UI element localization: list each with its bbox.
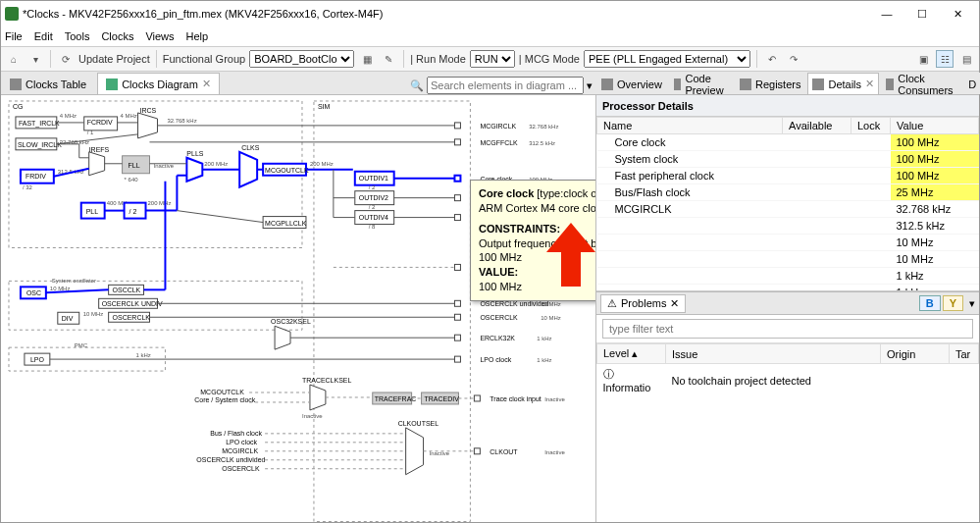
pcol-target[interactable]: Tar: [950, 344, 979, 364]
tab-code-preview[interactable]: Code Preview: [669, 73, 733, 94]
perspective-pins-icon[interactable]: ▣: [914, 50, 932, 68]
col-value[interactable]: Value: [891, 118, 979, 134]
svg-text:OSCCLK: OSCCLK: [113, 287, 141, 293]
close-tab-icon[interactable]: ✕: [202, 78, 211, 90]
fg-btn1-icon[interactable]: ▦: [358, 50, 376, 68]
svg-text:FLL: FLL: [129, 162, 140, 169]
detail-row[interactable]: 312.5 kHz: [597, 218, 979, 235]
tab-clocks-table[interactable]: Clocks Table: [1, 73, 95, 94]
menu-clocks[interactable]: Clocks: [101, 30, 133, 42]
svg-marker-24: [89, 152, 105, 176]
processor-details-header: Processor Details: [596, 95, 979, 117]
detail-row[interactable]: 1 kHz: [597, 268, 979, 285]
svg-text:LPO clock: LPO clock: [226, 439, 257, 445]
detail-row[interactable]: Fast peripheral clock100 MHz: [597, 168, 979, 184]
filter-b-button[interactable]: B: [919, 295, 941, 311]
svg-text:DIV: DIV: [62, 315, 74, 322]
svg-rect-155: [474, 395, 480, 401]
svg-text:32.768 kHz: 32.768 kHz: [167, 118, 196, 124]
svg-text:200 MHz: 200 MHz: [148, 200, 172, 206]
svg-text:MCGOUTCLK: MCGOUTCLK: [200, 389, 244, 395]
table-icon: [10, 78, 22, 90]
svg-text:312.5 kHz: 312.5 kHz: [529, 140, 555, 146]
svg-text:CLKS: CLKS: [241, 144, 260, 151]
problems-icon: ⚠: [607, 297, 617, 310]
functional-group-select[interactable]: BOARD_BootClo: [249, 50, 354, 68]
clocks-diagram-svg: CG SIM FAST_IRCLK 4 MHz FCRDIV / 1 4 MHz…: [1, 95, 595, 522]
detail-row[interactable]: Bus/Flash clock25 MHz: [597, 184, 979, 201]
pcol-level[interactable]: Level ▴: [597, 344, 666, 364]
registers-icon: [740, 78, 751, 90]
maximize-button[interactable]: ☐: [904, 2, 940, 26]
update-project-icon[interactable]: ⟳: [57, 50, 75, 68]
svg-rect-94: [454, 264, 460, 270]
tab-d-overflow[interactable]: D: [963, 73, 980, 94]
detail-row[interactable]: Core clock100 MHz: [597, 134, 979, 151]
svg-text:PLL: PLL: [86, 208, 99, 215]
col-name[interactable]: Name: [597, 118, 783, 134]
detail-row[interactable]: MCGIRCLK32.768 kHz: [597, 201, 979, 218]
tab-details[interactable]: Details✕: [807, 73, 879, 94]
tab-clock-consumers[interactable]: Clock Consumers: [881, 73, 961, 94]
overview-icon: [601, 78, 613, 90]
detail-row[interactable]: System clock100 MHz: [597, 151, 979, 168]
pcol-issue[interactable]: Issue: [666, 344, 881, 364]
tab-problems[interactable]: ⚠ Problems ✕: [600, 294, 686, 313]
clocks-diagram-pane[interactable]: CG SIM FAST_IRCLK 4 MHz FCRDIV / 1 4 MHz…: [1, 95, 596, 522]
menu-edit[interactable]: Edit: [34, 30, 53, 42]
titlebar: *Clocks - MKV42F256xxx16_pin_ftm.mex (MK…: [1, 1, 979, 26]
tab-overview[interactable]: Overview: [596, 73, 667, 94]
svg-rect-2: [314, 101, 470, 522]
svg-marker-126: [275, 326, 290, 349]
chev-down-icon[interactable]: ▾: [26, 50, 44, 68]
close-problems-icon[interactable]: ✕: [670, 297, 679, 310]
undo-icon[interactable]: ↶: [763, 50, 781, 68]
svg-marker-61: [239, 152, 257, 187]
svg-text:Inactive: Inactive: [302, 413, 323, 419]
perspective-periph-icon[interactable]: ▤: [957, 50, 975, 68]
problems-filter-input[interactable]: [602, 319, 973, 339]
detail-row[interactable]: 10 MHz: [597, 251, 979, 268]
svg-text:1 kHz: 1 kHz: [136, 352, 151, 358]
nav-target-icon[interactable]: ⌂: [5, 50, 23, 68]
svg-rect-114: [454, 300, 460, 306]
svg-text:MCGIRCLK: MCGIRCLK: [480, 123, 516, 130]
search-chev-icon[interactable]: ▾: [587, 79, 593, 91]
svg-text:/ 2: / 2: [129, 208, 137, 215]
problems-table: Level ▴ Issue Origin Tar ⓘ Informatio No…: [596, 343, 979, 396]
col-lock[interactable]: Lock: [851, 118, 891, 134]
svg-marker-163: [406, 428, 424, 475]
svg-line-71: [177, 211, 263, 223]
tab-clocks-diagram[interactable]: Clocks Diagram ✕: [97, 73, 220, 94]
menu-views[interactable]: Views: [145, 30, 174, 42]
col-available[interactable]: Available: [783, 118, 851, 134]
svg-text:1 kHz: 1 kHz: [537, 336, 551, 341]
menu-help[interactable]: Help: [186, 30, 209, 42]
filter-y-button[interactable]: Y: [943, 295, 963, 311]
perspective-clocks-icon[interactable]: ☷: [936, 50, 954, 68]
run-mode-select[interactable]: RUN: [470, 50, 515, 68]
detail-row[interactable]: 1 kHz: [597, 285, 979, 292]
problem-row[interactable]: ⓘ Informatio No toolchain project detect…: [597, 364, 979, 397]
mcg-mode-select[interactable]: PEE (PLL Engaged External): [584, 50, 750, 68]
search-input[interactable]: [427, 77, 584, 94]
svg-text:TRACEDIV: TRACEDIV: [425, 395, 460, 402]
menu-file[interactable]: File: [5, 30, 23, 42]
minimize-button[interactable]: —: [869, 2, 904, 26]
redo-icon[interactable]: ↷: [785, 50, 802, 68]
search-icon: 🔍: [410, 79, 424, 91]
functional-group-label: Functional Group: [163, 53, 245, 65]
close-details-icon[interactable]: ✕: [865, 78, 874, 90]
view-menu-icon[interactable]: ▾: [969, 297, 975, 310]
svg-rect-123: [454, 314, 460, 320]
svg-text:OUTDIV4: OUTDIV4: [359, 214, 388, 221]
pcol-origin[interactable]: Origin: [881, 344, 950, 364]
svg-text:OSC32KSEL: OSC32KSEL: [271, 318, 311, 325]
tab-registers[interactable]: Registers: [735, 73, 805, 94]
fg-btn2-icon[interactable]: ✎: [380, 50, 397, 68]
close-button[interactable]: ✕: [940, 2, 975, 26]
detail-row[interactable]: 10 MHz: [597, 235, 979, 251]
svg-text:SLOW_IRCLK: SLOW_IRCLK: [18, 141, 62, 149]
app-window: *Clocks - MKV42F256xxx16_pin_ftm.mex (MK…: [0, 0, 980, 523]
menu-tools[interactable]: Tools: [65, 30, 90, 42]
